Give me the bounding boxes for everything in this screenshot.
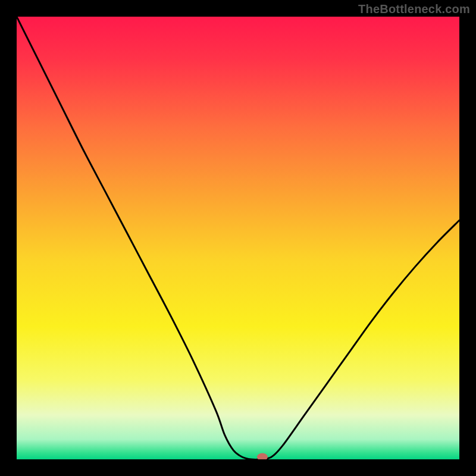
plot-area	[17, 17, 459, 459]
watermark-text: TheBottleneck.com	[358, 2, 470, 16]
chart-frame: TheBottleneck.com	[0, 0, 476, 476]
chart-svg	[17, 17, 459, 459]
gradient-background	[17, 17, 459, 459]
